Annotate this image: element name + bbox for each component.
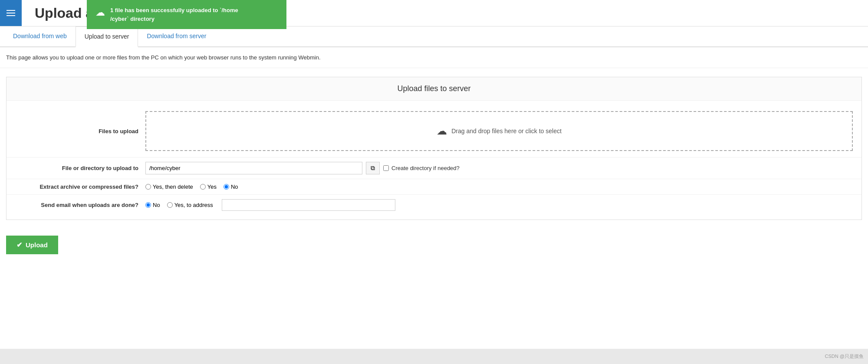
upload-btn-wrapper: ✔ Upload bbox=[0, 229, 868, 261]
email-yes-radio[interactable] bbox=[167, 202, 173, 208]
extract-no-radio[interactable] bbox=[224, 184, 229, 190]
page-description: This page allows you to upload one or mo… bbox=[0, 47, 868, 68]
extract-control: Yes, then delete Yes No bbox=[145, 184, 861, 190]
extract-row: Extract archive or compressed files? Yes… bbox=[7, 179, 861, 195]
email-radio-group: No Yes, to address bbox=[145, 199, 853, 211]
notification-text: 1 file has been successfully uploaded to… bbox=[110, 6, 238, 23]
tab-download-web[interactable]: Download from web bbox=[4, 26, 76, 46]
files-control: ☁ Drag and drop files here or click to s… bbox=[145, 109, 861, 153]
upload-form: Files to upload ☁ Drag and drop files he… bbox=[7, 101, 861, 220]
email-yes-option[interactable]: Yes, to address bbox=[167, 202, 213, 208]
cloud-icon: ☁ bbox=[437, 125, 447, 137]
directory-label: File or directory to upload to bbox=[7, 165, 145, 171]
extract-yes-radio[interactable] bbox=[200, 184, 206, 190]
email-label: Send email when uploads are done? bbox=[7, 202, 145, 208]
hamburger-icon bbox=[7, 10, 15, 16]
create-dir-checkbox[interactable] bbox=[383, 165, 389, 171]
upload-button[interactable]: ✔ Upload bbox=[6, 236, 58, 254]
browse-button[interactable]: ⧉ bbox=[366, 162, 380, 174]
create-dir-label: Create directory if needed? bbox=[383, 165, 460, 171]
extract-label: Extract archive or compressed files? bbox=[7, 184, 145, 190]
email-no-radio[interactable] bbox=[145, 202, 151, 208]
tabs-bar: Download from web Upload to server Downl… bbox=[0, 26, 868, 47]
directory-row: File or directory to upload to ⧉ Create … bbox=[7, 157, 861, 179]
extract-yes-option[interactable]: Yes bbox=[200, 184, 217, 190]
files-label: Files to upload bbox=[7, 128, 145, 134]
files-to-upload-row: Files to upload ☁ Drag and drop files he… bbox=[7, 105, 861, 157]
tab-download-server[interactable]: Download from server bbox=[138, 26, 215, 46]
browse-icon: ⧉ bbox=[371, 164, 375, 171]
upload-section: Upload files to server Files to upload ☁… bbox=[6, 77, 862, 220]
upload-section-title: Upload files to server bbox=[7, 77, 861, 101]
cloud-upload-icon: ☁ bbox=[95, 7, 105, 18]
tab-upload-server[interactable]: Upload to server bbox=[76, 26, 138, 47]
extract-radio-group: Yes, then delete Yes No bbox=[145, 184, 853, 190]
main-content: Download from web Upload to server Downl… bbox=[0, 26, 868, 349]
email-no-option[interactable]: No bbox=[145, 202, 160, 208]
drop-zone-text: Drag and drop files here or click to sel… bbox=[451, 128, 562, 134]
footer-text: CSDN @只是摸鱼 bbox=[825, 354, 864, 359]
email-row: Send email when uploads are done? No Yes… bbox=[7, 195, 861, 215]
extract-yes-delete-option[interactable]: Yes, then delete bbox=[145, 184, 193, 190]
success-notification: ☁ 1 file has been successfully uploaded … bbox=[87, 0, 286, 29]
hamburger-button[interactable] bbox=[0, 0, 22, 26]
directory-input[interactable] bbox=[145, 162, 362, 174]
directory-control: ⧉ Create directory if needed? bbox=[145, 162, 861, 174]
extract-no-option[interactable]: No bbox=[224, 184, 238, 190]
drop-zone[interactable]: ☁ Drag and drop files here or click to s… bbox=[145, 111, 853, 151]
email-input[interactable] bbox=[222, 199, 395, 211]
header-bar: Upload and Download ☁ 1 file has been su… bbox=[0, 0, 868, 26]
extract-yes-delete-radio[interactable] bbox=[145, 184, 151, 190]
dir-input-wrapper: ⧉ Create directory if needed? bbox=[145, 162, 853, 174]
email-control: No Yes, to address bbox=[145, 199, 861, 211]
footer: CSDN @只是摸鱼 bbox=[0, 349, 868, 364]
check-icon: ✔ bbox=[16, 241, 22, 249]
